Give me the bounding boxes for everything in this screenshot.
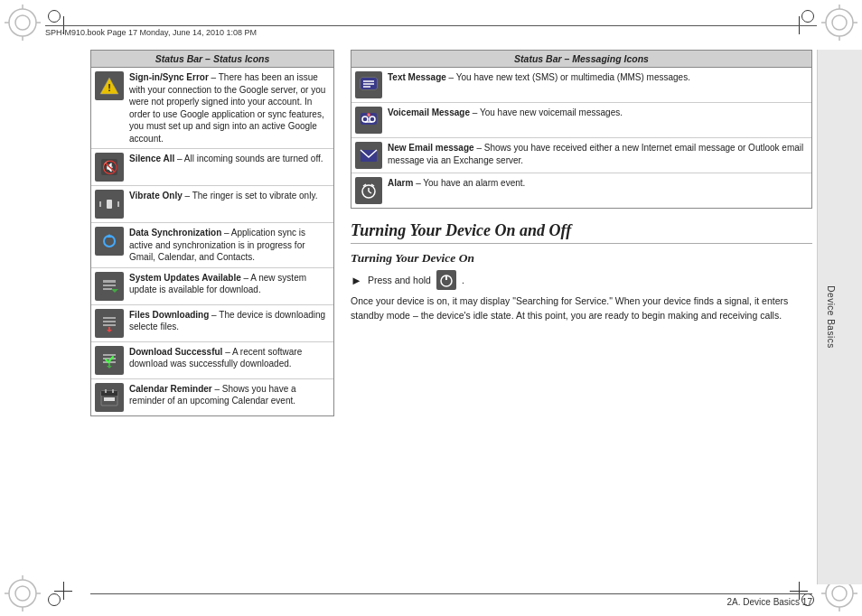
svg-rect-35 <box>103 280 116 283</box>
svg-point-7 <box>832 15 847 30</box>
svg-point-13 <box>15 586 30 601</box>
svg-rect-46 <box>103 354 116 356</box>
status-row-update: System Updates Available – A new system … <box>91 268 333 305</box>
press-hold-line: ► Press and hold . <box>351 270 812 290</box>
data-sync-icon <box>95 227 124 256</box>
svg-rect-40 <box>103 317 116 319</box>
turning-on-para: Once your device is on, it may display "… <box>351 294 812 323</box>
data-sync-text: Data Synchronization – Application sync … <box>129 227 330 264</box>
status-row-calendar: Calendar Reminder – Shows you have a rem… <box>91 379 333 415</box>
status-row-signin: ! Sign-in/Sync Error – There has been an… <box>91 68 333 149</box>
svg-point-12 <box>9 580 36 607</box>
svg-rect-41 <box>103 321 116 322</box>
svg-rect-29 <box>107 200 112 209</box>
system-update-text: System Updates Available – A new system … <box>129 272 330 296</box>
sidebar-label-container: Device Basics <box>817 50 862 584</box>
silence-all-text: Silence All – All incoming sounds are tu… <box>129 153 330 165</box>
svg-point-0 <box>9 9 36 36</box>
msg-row-voicemail: 1 Voicemail Message – You have new voice… <box>351 103 811 138</box>
power-button-icon <box>436 270 456 290</box>
alarm-text: Alarm – You have an alarm event. <box>388 177 808 190</box>
email-text: New Email message – Shows you have recei… <box>388 142 808 166</box>
files-downloading-text: Files Downloading – The device is downlo… <box>129 309 330 333</box>
msg-row-sms: Text Message – You have new text (SMS) o… <box>351 68 811 103</box>
vibrate-only-icon <box>95 190 124 219</box>
msg-row-email: New Email message – Shows you have recei… <box>351 138 811 173</box>
sidebar-label: Device Basics <box>826 285 836 348</box>
messaging-table-header: Status Bar – Messaging Icons <box>351 51 811 68</box>
footer: 2A. Device Basics 17 <box>90 593 812 607</box>
signin-sync-error-icon: ! <box>95 71 124 100</box>
voicemail-text: Voicemail Message – You have new voicema… <box>388 107 808 119</box>
svg-line-72 <box>369 191 371 193</box>
left-column: Status Bar – Status Icons ! Sign-in/Sync… <box>90 50 334 584</box>
bullet-arrow: ► <box>351 274 362 287</box>
calendar-reminder-icon <box>95 383 124 412</box>
text-message-icon <box>355 71 382 98</box>
status-row-silence: 🔇 Silence All – All incoming sounds are … <box>91 149 333 186</box>
svg-rect-42 <box>103 324 116 326</box>
status-table-left: Status Bar – Status Icons ! Sign-in/Sync… <box>90 50 334 416</box>
svg-rect-56 <box>108 397 111 401</box>
download-successful-text: Download Successful – A recent software … <box>129 346 330 370</box>
vibrate-only-text: Vibrate Only – The ringer is set to vibr… <box>129 190 330 202</box>
svg-rect-55 <box>104 397 108 401</box>
voicemail-icon: 1 <box>355 107 382 134</box>
turning-on-heading: Turning Your Device On <box>351 251 812 266</box>
footer-text: 2A. Device Basics 17 <box>727 597 813 607</box>
top-bar: SPH-M910.book Page 17 Monday, June 14, 2… <box>45 25 817 37</box>
main-content: Status Bar – Status Icons ! Sign-in/Sync… <box>90 50 812 584</box>
silence-all-icon: 🔇 <box>95 153 124 182</box>
email-icon <box>355 142 382 169</box>
turning-on-off-heading: Turning Your Device On and Off <box>351 221 812 244</box>
svg-rect-36 <box>103 285 116 286</box>
svg-point-1 <box>15 15 30 30</box>
svg-rect-52 <box>101 391 117 396</box>
top-bar-text: SPH-M910.book Page 17 Monday, June 14, 2… <box>45 28 257 37</box>
svg-point-6 <box>826 9 853 36</box>
messaging-table: Status Bar – Messaging Icons Text Messag… <box>351 50 812 209</box>
right-column: Status Bar – Messaging Icons Text Messag… <box>351 50 812 584</box>
svg-point-19 <box>832 586 847 601</box>
svg-rect-57 <box>111 397 115 401</box>
calendar-reminder-text: Calendar Reminder – Shows you have a rem… <box>129 383 330 407</box>
status-row-vibrate: Vibrate Only – The ringer is set to vibr… <box>91 186 333 223</box>
svg-text:!: ! <box>108 82 111 93</box>
status-row-downloading: Files Downloading – The device is downlo… <box>91 305 333 342</box>
status-row-download-ok: Download Successful – A recent software … <box>91 342 333 379</box>
turning-on-off-section: Turning Your Device On and Off Turning Y… <box>351 221 812 323</box>
system-update-icon <box>95 272 124 301</box>
download-successful-icon <box>95 346 124 375</box>
status-table-left-header: Status Bar – Status Icons <box>91 51 333 68</box>
svg-text:🔇: 🔇 <box>102 160 118 175</box>
files-downloading-icon <box>95 309 124 338</box>
press-hold-text: Press and hold <box>368 275 431 285</box>
text-message-text: Text Message – You have new text (SMS) o… <box>388 71 808 84</box>
svg-rect-37 <box>103 288 112 290</box>
signin-sync-error-text: Sign-in/Sync Error – There has been an i… <box>129 71 330 145</box>
status-row-sync: Data Synchronization – Application sync … <box>91 223 333 268</box>
msg-row-alarm: Alarm – You have an alarm event. <box>351 173 811 208</box>
alarm-icon <box>355 177 382 204</box>
